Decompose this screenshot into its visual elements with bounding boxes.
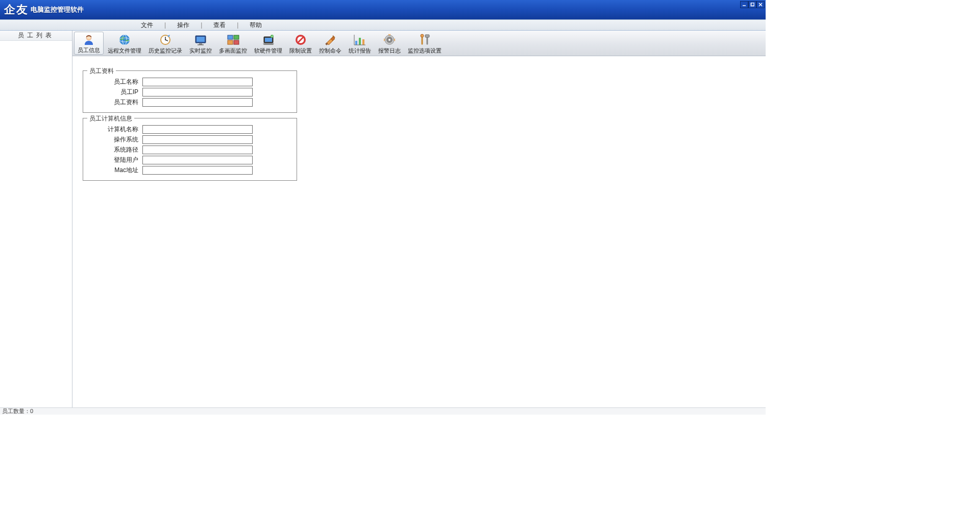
- input-group2-0[interactable]: [142, 125, 253, 134]
- form-label: Mac地址: [88, 166, 142, 175]
- svg-rect-17: [199, 43, 202, 44]
- form-label: 登陆用户: [88, 156, 142, 164]
- input-group2-4[interactable]: [142, 166, 253, 175]
- main-area: 员工信息远程文件管理历史监控记录实时监控多画面监控软硬件管理限制设置控制命令统计…: [72, 31, 766, 407]
- remote-file-icon: [117, 33, 132, 46]
- toolbar-btn-control[interactable]: 控制命令: [316, 32, 345, 55]
- form-row: Mac地址: [88, 166, 291, 175]
- menu-help[interactable]: 帮助: [241, 21, 270, 30]
- control-icon: [323, 33, 337, 46]
- menu-operate[interactable]: 操作: [169, 21, 198, 30]
- toolbar-label: 监控选项设置: [408, 47, 442, 55]
- svg-rect-20: [234, 35, 239, 39]
- menu-separator: |: [161, 21, 169, 29]
- form-row: 操作系统: [88, 135, 291, 144]
- app-logo: 企友 电脑监控管理软件: [0, 2, 84, 17]
- toolbar-label: 软硬件管理: [254, 47, 282, 55]
- toolbar-btn-hw-sw[interactable]: 软硬件管理: [251, 32, 285, 55]
- toolbar-btn-realtime[interactable]: 实时监控: [186, 32, 215, 55]
- svg-rect-16: [197, 37, 205, 42]
- hw-sw-icon: [261, 33, 276, 46]
- form-row: 计算机名称: [88, 125, 291, 134]
- svg-rect-32: [355, 41, 357, 45]
- toolbar-label: 统计报告: [349, 47, 371, 55]
- input-group2-3[interactable]: [142, 156, 253, 164]
- employee-info-icon: [82, 33, 96, 46]
- toolbar-btn-history[interactable]: 历史监控记录: [145, 32, 185, 55]
- toolbar-btn-alarm[interactable]: 报警日志: [375, 32, 404, 55]
- toolbar-label: 控制命令: [319, 47, 341, 55]
- toolbar-btn-employee-info[interactable]: 员工信息: [74, 32, 104, 55]
- form-row: 员工资料: [88, 98, 291, 107]
- options-icon: [418, 33, 432, 46]
- svg-point-40: [421, 34, 424, 37]
- toolbar-label: 多画面监控: [219, 47, 247, 55]
- restrict-icon: [293, 33, 308, 46]
- svg-rect-33: [359, 38, 361, 45]
- svg-rect-18: [198, 44, 204, 45]
- input-group2-2[interactable]: [142, 146, 253, 154]
- input-group1-0[interactable]: [142, 78, 253, 86]
- close-button[interactable]: [756, 1, 765, 8]
- form-row: 员工IP: [88, 88, 291, 96]
- toolbar-label: 员工信息: [78, 46, 100, 54]
- menu-file[interactable]: 文件: [133, 21, 161, 30]
- svg-rect-24: [265, 38, 272, 42]
- status-text: 员工数量：0: [2, 408, 33, 414]
- history-icon: [158, 33, 173, 46]
- titlebar: 企友 电脑监控管理软件: [0, 0, 766, 19]
- input-group1-2[interactable]: [142, 98, 253, 107]
- form-row: 系统路径: [88, 146, 291, 154]
- toolbar-label: 报警日志: [378, 47, 401, 55]
- sidebar-header: 员工列表: [0, 31, 72, 41]
- fieldset-employee-data: 员工资料 员工名称员工IP员工资料: [83, 70, 297, 113]
- svg-rect-21: [228, 40, 233, 44]
- toolbar-label: 历史监控记录: [149, 47, 182, 55]
- fieldset-legend: 员工资料: [87, 67, 116, 76]
- realtime-icon: [193, 33, 208, 46]
- toolbar-label: 远程文件管理: [108, 47, 141, 55]
- maximize-button[interactable]: [748, 1, 756, 8]
- toolbar: 员工信息远程文件管理历史监控记录实时监控多画面监控软硬件管理限制设置控制命令统计…: [72, 31, 766, 56]
- content-area: 员工资料 员工名称员工IP员工资料 员工计算机信息 计算机名称操作系统系统路径登…: [72, 56, 766, 407]
- toolbar-btn-stats[interactable]: 统计报告: [346, 32, 374, 55]
- menubar: 文件 | 操作 | 查看 | 帮助: [0, 19, 766, 31]
- toolbar-btn-remote-file[interactable]: 远程文件管理: [105, 32, 144, 55]
- menu-separator: |: [198, 21, 205, 29]
- toolbar-label: 限制设置: [289, 47, 312, 55]
- form-label: 员工资料: [88, 98, 142, 107]
- sidebar: 员工列表: [0, 31, 72, 407]
- svg-point-39: [388, 39, 390, 41]
- menu-view[interactable]: 查看: [205, 21, 234, 30]
- window-controls: [740, 1, 765, 8]
- fieldset-legend: 员工计算机信息: [87, 114, 134, 123]
- form-label: 操作系统: [88, 135, 142, 144]
- minimize-button[interactable]: [740, 1, 748, 8]
- alarm-icon: [382, 33, 397, 46]
- form-row: 登陆用户: [88, 156, 291, 164]
- toolbar-btn-restrict[interactable]: 限制设置: [286, 32, 315, 55]
- fieldset-computer-info: 员工计算机信息 计算机名称操作系统系统路径登陆用户Mac地址: [83, 118, 297, 181]
- multiscreen-icon: [226, 33, 240, 46]
- toolbar-btn-multiscreen[interactable]: 多画面监控: [216, 32, 250, 55]
- svg-rect-22: [234, 40, 239, 44]
- menu-separator: |: [234, 21, 241, 29]
- form-label: 系统路径: [88, 146, 142, 154]
- stats-icon: [353, 33, 367, 46]
- svg-point-14: [165, 39, 166, 40]
- toolbar-label: 实时监控: [189, 47, 212, 55]
- statusbar: 员工数量：0: [0, 407, 766, 415]
- form-label: 计算机名称: [88, 125, 142, 134]
- toolbar-btn-options[interactable]: 监控选项设置: [405, 32, 445, 55]
- employee-list[interactable]: [0, 41, 72, 407]
- input-group2-1[interactable]: [142, 135, 253, 144]
- form-row: 员工名称: [88, 78, 291, 86]
- form-label: 员工名称: [88, 78, 142, 86]
- logo-text: 企友: [4, 2, 29, 17]
- svg-rect-19: [228, 35, 233, 39]
- input-group1-1[interactable]: [142, 88, 253, 96]
- form-label: 员工IP: [88, 88, 142, 96]
- svg-rect-34: [362, 39, 364, 45]
- logo-subtitle: 电脑监控管理软件: [31, 5, 84, 14]
- svg-rect-41: [425, 35, 429, 37]
